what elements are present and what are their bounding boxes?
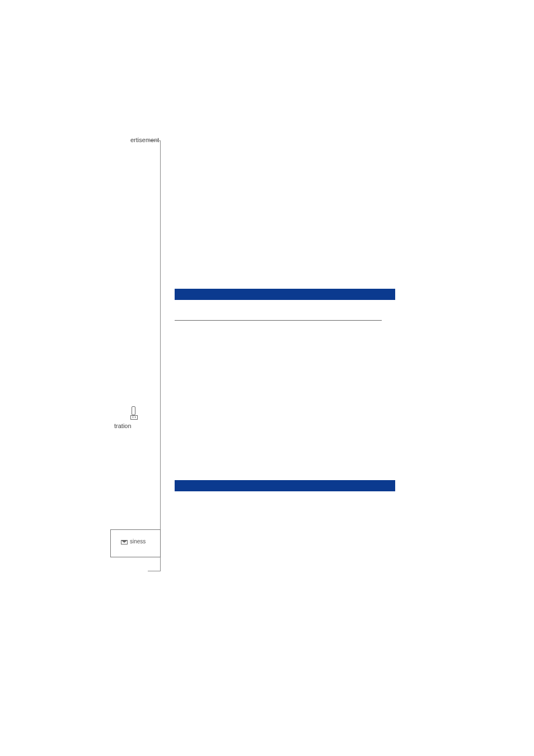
page: ertisement tration siness: [0, 0, 534, 756]
purchase-icon: [130, 406, 138, 420]
business-box: siness: [110, 529, 161, 557]
registration-label: tration: [114, 422, 132, 429]
blue-bar-top: [175, 289, 395, 300]
envelope-icon: [121, 540, 128, 544]
underline: [175, 320, 382, 321]
business-label: siness: [130, 538, 146, 544]
blue-bar-bottom: [175, 480, 395, 491]
bracket-graphic: [148, 140, 161, 571]
